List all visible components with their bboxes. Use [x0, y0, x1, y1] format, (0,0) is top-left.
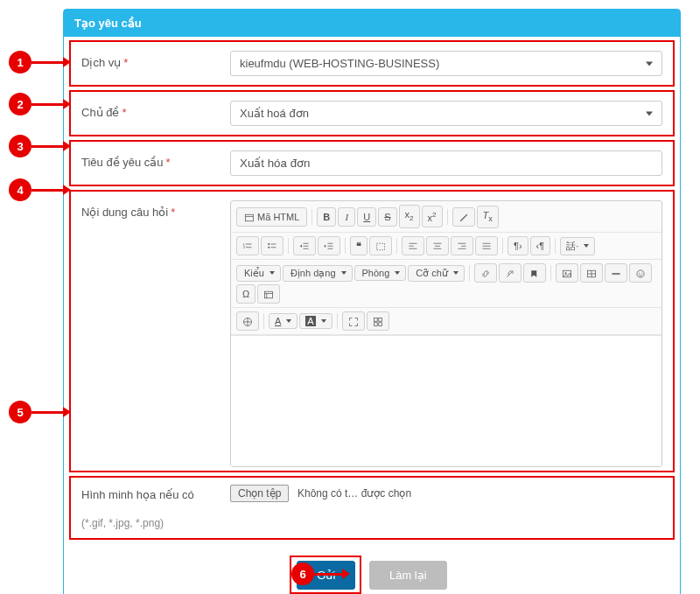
table-button[interactable] — [580, 263, 603, 283]
topic-select[interactable]: Xuất hoá đơn — [230, 101, 662, 126]
ltr-button[interactable]: ¶› — [508, 236, 528, 255]
svg-point-6 — [268, 243, 270, 245]
svg-point-36 — [637, 270, 644, 277]
required-mark: * — [122, 106, 126, 119]
svg-point-31 — [564, 273, 566, 275]
maximize-button[interactable] — [342, 311, 365, 331]
showblocks-button[interactable] — [367, 311, 389, 331]
row-attachment: Hình minh họa nếu có (*.gif, *.jpg, *.pn… — [69, 476, 675, 540]
svg-point-37 — [639, 273, 640, 274]
svg-point-8 — [268, 247, 270, 248]
italic-button[interactable]: I — [338, 207, 355, 227]
strike-button[interactable]: S — [378, 207, 396, 227]
subscript-button[interactable]: x2 — [399, 205, 420, 228]
label-topic: Chủ đề — [81, 106, 119, 119]
cut-button[interactable] — [236, 311, 259, 331]
svg-rect-0 — [246, 214, 254, 221]
choose-file-button[interactable]: Chọn tệp — [230, 485, 289, 502]
clear-format-button[interactable]: Tx — [477, 206, 499, 228]
bgcolor-button[interactable]: A — [299, 313, 332, 329]
align-center-button[interactable] — [426, 236, 449, 255]
service-select[interactable]: kieufmdu (WEB-HOSTING-BUSINESS) — [230, 51, 662, 76]
rtl-button[interactable]: ‹¶ — [530, 236, 551, 255]
editor-source-label: Mã HTML — [257, 212, 299, 222]
file-status-text: Không có t… được chọn — [298, 487, 411, 500]
underline-button[interactable]: U — [357, 207, 376, 227]
editor-textarea[interactable] — [231, 335, 662, 466]
create-request-panel: Tạo yêu cầu Dịch vụ* kieufmdu (WEB-HOSTI… — [63, 9, 681, 594]
font-combo[interactable]: Phòng — [354, 265, 407, 281]
style-combo[interactable]: Kiểu — [236, 265, 281, 282]
image-button[interactable] — [556, 263, 578, 283]
link-button[interactable] — [474, 263, 497, 283]
specialchar-button[interactable]: Ω — [236, 284, 256, 304]
form-actions: 6 Gửi Làm lại — [64, 543, 680, 594]
submit-button[interactable]: Gửi — [297, 561, 355, 590]
required-mark: * — [171, 206, 175, 219]
blockquote-button[interactable]: ❝ — [350, 236, 368, 255]
svg-text:2: 2 — [243, 247, 245, 250]
attachment-hint: (*.gif, *.jpg, *.png) — [81, 517, 230, 529]
svg-rect-39 — [265, 292, 273, 299]
row-content: Nội dung câu hỏi* Mã HTML B I U S — [69, 190, 675, 472]
title-input[interactable] — [230, 150, 662, 176]
anchor-button[interactable] — [523, 263, 546, 283]
svg-rect-16 — [377, 244, 385, 251]
callout-1: 1 — [9, 51, 32, 73]
outdent-button[interactable] — [293, 236, 316, 255]
label-content: Nội dung câu hỏi — [81, 206, 168, 219]
format-combo[interactable]: Định dạng — [283, 265, 353, 282]
callout-3: 3 — [9, 135, 32, 157]
align-right-button[interactable] — [451, 236, 473, 255]
label-attachment: Hình minh họa nếu có — [81, 488, 194, 501]
svg-rect-47 — [374, 323, 377, 326]
bold-button[interactable]: B — [317, 207, 336, 227]
textcolor-button[interactable]: A — [269, 313, 298, 329]
svg-rect-48 — [378, 323, 382, 326]
required-mark: * — [123, 56, 128, 69]
row-service: Dịch vụ* kieufmdu (WEB-HOSTING-BUSINESS) — [69, 40, 675, 87]
smiley-button[interactable] — [629, 263, 652, 283]
row-title: Tiêu đề yêu cầu* — [69, 140, 675, 186]
div-button[interactable] — [369, 236, 392, 255]
callout-5: 5 — [9, 401, 32, 423]
panel-title: Tạo yêu cầu — [64, 10, 680, 37]
required-mark: * — [166, 156, 171, 169]
callout-4: 4 — [9, 178, 32, 201]
svg-rect-46 — [378, 318, 382, 322]
iframe-button[interactable] — [257, 284, 280, 304]
numbered-list-button[interactable]: 12 — [236, 236, 259, 255]
label-service: Dịch vụ — [81, 56, 121, 69]
align-justify-button[interactable] — [475, 236, 498, 255]
language-combo[interactable]: 話· — [560, 237, 595, 255]
align-left-button[interactable] — [402, 236, 424, 255]
superscript-button[interactable]: x2 — [422, 206, 443, 227]
svg-point-38 — [641, 273, 642, 274]
reset-button[interactable]: Làm lại — [369, 561, 447, 590]
unlink-button[interactable] — [499, 263, 522, 283]
hr-button[interactable] — [605, 263, 627, 283]
callout-2: 2 — [9, 93, 32, 115]
size-combo[interactable]: Cỡ chữ — [408, 265, 465, 282]
editor-source-button[interactable]: Mã HTML — [236, 207, 307, 227]
bullet-list-button[interactable] — [261, 236, 284, 255]
rich-text-editor: Mã HTML B I U S x2 x2 Tx — [230, 200, 662, 467]
row-topic: Chủ đề* Xuất hoá đơn — [69, 90, 675, 136]
svg-rect-45 — [374, 318, 377, 322]
indent-button[interactable] — [318, 236, 340, 255]
remove-format-button[interactable] — [452, 207, 475, 227]
label-title: Tiêu đề yêu cầu — [81, 156, 164, 169]
